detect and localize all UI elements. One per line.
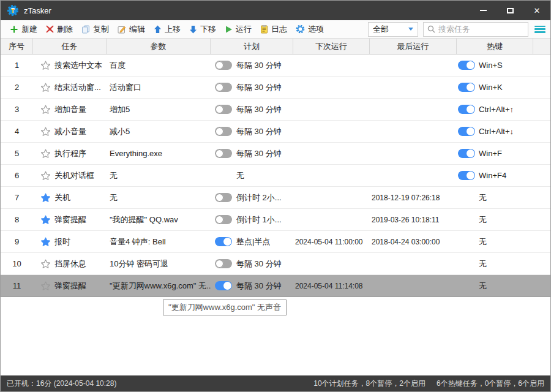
column-header-params[interactable]: 参数 (107, 39, 211, 54)
row-number: 4 (1, 121, 33, 142)
extra-cell (533, 187, 550, 208)
hotkey-toggle[interactable] (458, 83, 475, 92)
schedule-toggle[interactable] (215, 281, 232, 290)
delete-task-label: 删除 (57, 24, 73, 35)
close-button[interactable]: ✕ (523, 1, 550, 20)
run-task-button[interactable]: 运行 (220, 21, 256, 37)
table-row[interactable]: 5 执行程序Everything.exe每隔 30 分钟Win+F (1, 143, 550, 165)
table-row[interactable]: 4 减小音量减小5每隔 30 分钟Ctrl+Alt+↓ (1, 121, 550, 143)
table-row[interactable]: 10 挡屏休息10分钟 密码可退每隔 30 分钟无 (1, 253, 550, 275)
schedule-text: 倒计时 2小... (236, 192, 282, 203)
app-logo-icon: T T (7, 4, 19, 17)
maximize-icon (507, 8, 514, 13)
column-header-no[interactable]: 序号 (1, 39, 33, 54)
move-down-label: 下移 (200, 24, 216, 35)
schedule-text: 每隔 30 分钟 (236, 60, 282, 71)
log-icon (260, 25, 268, 34)
hotkey-text: Win+F (479, 149, 502, 158)
task-table-body: 1 搜索选中文本百度每隔 30 分钟Win+S2 结束活动窗...活动窗口每隔 … (1, 55, 550, 375)
hotkey-cell: 无 (457, 187, 533, 208)
table-row[interactable]: 7 关机无倒计时 2小...2018-12-19 07:26:18无 (1, 187, 550, 209)
hotkey-toggle[interactable] (458, 171, 475, 180)
new-task-button[interactable]: 新建 (6, 21, 42, 37)
star-outline-icon[interactable] (40, 149, 51, 159)
table-row[interactable]: 1 搜索选中文本百度每隔 30 分钟Win+S (1, 55, 550, 77)
star-outline-icon[interactable] (40, 127, 51, 137)
move-up-button[interactable]: 上移 (149, 21, 185, 37)
hotkey-toggle[interactable] (458, 105, 475, 114)
task-cell: 增加音量 (33, 99, 107, 120)
schedule-text: 每隔 30 分钟 (236, 148, 282, 159)
maximize-button[interactable] (497, 1, 523, 20)
column-header-extra (533, 39, 550, 54)
column-header-lastrun[interactable]: 最后运行 (370, 39, 457, 54)
star-filled-icon[interactable] (40, 215, 51, 225)
hotkey-toggle[interactable] (458, 61, 475, 70)
uptime-status: 已开机：16分 (2024-05-04 10:28) (7, 379, 116, 389)
params-cell: "更新刀网www.x6g.com" 无... (107, 275, 211, 296)
move-down-button[interactable]: 下移 (185, 21, 220, 37)
log-button[interactable]: 日志 (256, 21, 291, 37)
params-cell: 10分钟 密码可退 (107, 253, 211, 274)
hotkey-cell: Win+F (457, 143, 533, 164)
star-outline-icon[interactable] (40, 171, 51, 181)
star-outline-icon[interactable] (40, 105, 51, 115)
schedule-toggle[interactable] (215, 61, 232, 70)
minimize-button[interactable] (470, 1, 497, 20)
extra-cell (533, 121, 550, 142)
search-box (423, 22, 528, 37)
schedule-toggle[interactable] (215, 259, 232, 268)
column-header-task[interactable]: 任务 (33, 39, 107, 54)
schedule-toggle[interactable] (215, 105, 232, 114)
star-outline-icon[interactable] (40, 61, 51, 70)
star-outline-icon[interactable] (40, 259, 51, 269)
star-filled-icon[interactable] (40, 237, 51, 247)
table-row[interactable]: 6 关机对话框无无Win+F4 (1, 165, 550, 187)
star-filled-icon[interactable] (40, 193, 51, 203)
schedule-toggle[interactable] (215, 149, 232, 158)
copy-task-button[interactable]: 复制 (77, 21, 113, 37)
schedule-cell: 无 (211, 165, 293, 186)
params-cell: 减小5 (107, 121, 211, 142)
plan-task-summary: 10个计划任务，8个暂停，2个启用 (313, 379, 425, 389)
schedule-toggle[interactable] (215, 83, 232, 92)
task-cell: 关机对话框 (33, 165, 107, 186)
column-header-hotkey[interactable]: 热键 (457, 39, 533, 54)
extra-cell (533, 143, 550, 164)
view-list-icon[interactable] (534, 24, 545, 34)
star-outline-icon[interactable] (40, 83, 51, 92)
next-run-cell (293, 187, 370, 208)
table-row[interactable]: 9 报时音量4 钟声: Bell整点|半点2024-05-04 11:00:00… (1, 231, 550, 253)
hotkey-cell: Win+F4 (457, 165, 533, 186)
row-number: 7 (1, 187, 33, 208)
column-header-nextrun[interactable]: 下次运行 (293, 39, 370, 54)
hotkey-cell: 无 (457, 275, 533, 296)
hotkey-text: 无 (479, 281, 487, 292)
table-row[interactable]: 8 弹窗提醒"我的提醒" QQ.wav倒计时 1小...2019-03-26 1… (1, 209, 550, 231)
hotkey-text: 无 (479, 214, 487, 225)
schedule-toggle[interactable] (215, 193, 232, 202)
table-row[interactable]: 11 弹窗提醒"更新刀网www.x6g.com" 无...每隔 30 分钟202… (1, 275, 550, 297)
table-row[interactable]: 3 增加音量增加5每隔 30 分钟Ctrl+Alt+↑ (1, 99, 550, 121)
edit-task-button[interactable]: 编辑 (113, 21, 149, 37)
hotkey-toggle[interactable] (458, 149, 475, 158)
next-run-cell (293, 77, 370, 98)
column-header-schedule[interactable]: 计划 (211, 39, 293, 54)
hotkey-cell: Ctrl+Alt+↓ (457, 121, 533, 142)
search-input[interactable] (438, 24, 512, 34)
delete-task-button[interactable]: 删除 (42, 21, 77, 37)
filter-dropdown[interactable]: 全部 (368, 22, 418, 37)
schedule-cell: 倒计时 1小... (211, 209, 293, 230)
options-button[interactable]: 选项 (291, 21, 328, 37)
star-outline-icon[interactable] (40, 281, 51, 291)
hotkey-toggle[interactable] (458, 127, 475, 136)
schedule-toggle[interactable] (215, 215, 232, 224)
edit-icon (118, 25, 126, 34)
copy-task-label: 复制 (93, 24, 109, 35)
hotkey-cell: Win+S (457, 55, 533, 76)
extra-cell (533, 253, 550, 274)
schedule-toggle[interactable] (215, 237, 232, 246)
hotkey-cell: 无 (457, 231, 533, 252)
schedule-toggle[interactable] (215, 127, 232, 136)
table-row[interactable]: 2 结束活动窗...活动窗口每隔 30 分钟Win+K (1, 77, 550, 99)
